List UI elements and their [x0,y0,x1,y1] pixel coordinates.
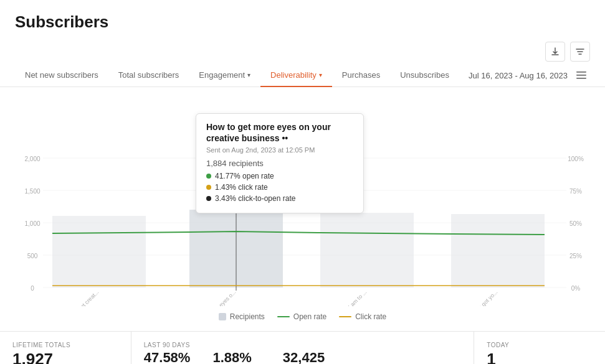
svg-text:0: 0 [31,285,34,292]
avg-open-rate-value: 47.58% [144,351,198,364]
svg-rect-0 [576,72,586,73]
chart-tooltip: How to get more eyes on your creative bu… [196,113,364,213]
svg-text:100%: 100% [568,156,584,162]
legend-open-rate: Open rate [277,312,326,321]
tooltip-click-rate: 1.43% click rate [206,183,353,192]
deliverability-chevron: ▾ [319,72,322,78]
date-range: Jul 16, 2023 - Aug 16, 2023 [469,67,590,84]
svg-text:1,000: 1,000 [24,220,40,227]
svg-text:I changed who I am to ...: I changed who I am to ... [320,289,368,306]
today-label: TODAY [487,342,593,348]
svg-rect-20 [320,213,414,287]
svg-text:How to get more eyes o...: How to get more eyes o... [188,289,237,306]
chart-wrapper: 0 500 1,000 1,500 2,000 0% 25% 50% 75% 1… [15,95,590,306]
svg-text:500: 500 [27,253,38,259]
svg-text:How this content creat...: How this content creat... [53,289,100,306]
chart-legend: Recipients Open rate Click rate [15,306,590,326]
tooltip-sent: Sent on Aug 2nd, 2023 at 12:05 PM [206,146,353,154]
chart-container: 0 500 1,000 1,500 2,000 0% 25% 50% 75% 1… [0,87,605,326]
tab-engagement[interactable]: Engagement ▾ [189,64,260,87]
stats-today: TODAY 1 NEW SUBSCRIBERS [474,332,605,364]
svg-text:2,000: 2,000 [24,156,40,162]
tab-unsubscribes[interactable]: Unsubscribes [390,64,459,87]
svg-text:25%: 25% [569,253,582,259]
tooltip-title: How to get more eyes on your creative bu… [206,121,353,144]
legend-recipients: Recipients [219,312,265,321]
engagement-chevron: ▾ [247,72,250,78]
filter-button[interactable] [570,42,590,62]
stats-footer: LIFETIME TOTALS 1,927 TOTAL SUBSCRIBERS … [0,331,605,364]
tooltip-cto-rate: 3.43% click-to-open rate [206,194,353,203]
legend-click-rate-line [339,316,351,317]
stats-emails-sent: 32,425 EMAILS SENT [283,351,328,364]
legend-click-rate: Click rate [339,312,386,321]
lifetime-label: LIFETIME TOTALS [12,342,118,348]
click-rate-dot [206,185,211,190]
svg-text:1,500: 1,500 [24,188,40,195]
svg-text:0%: 0% [571,285,581,292]
menu-button[interactable] [573,67,590,84]
stats-last90: LAST 90 DAYS 47.58% AVG OPEN RATE 1.88% … [131,332,474,364]
last90-label: LAST 90 DAYS [144,342,461,348]
svg-rect-21 [451,214,545,287]
tab-deliverability[interactable]: Deliverability ▾ [260,64,332,87]
date-range-text[interactable]: Jul 16, 2023 - Aug 16, 2023 [469,71,568,80]
svg-text:Likes & follows got yo...: Likes & follows got yo... [453,289,499,306]
svg-text:75%: 75% [569,188,582,195]
cto-rate-dot [206,196,211,201]
svg-text:50%: 50% [569,220,582,227]
filter-icon [576,47,584,56]
page-title: Subscribers [15,12,590,32]
tooltip-recipients: 1,884 recipients [206,159,353,168]
open-rate-dot [206,174,211,179]
svg-rect-18 [52,216,146,287]
tab-total[interactable]: Total subscribers [108,64,189,87]
tab-purchases[interactable]: Purchases [332,64,390,87]
legend-recipients-box [219,313,226,320]
emails-sent-value: 32,425 [283,351,328,364]
download-icon [551,47,560,56]
stats-avg-click-rate: 1.88% AVG CLICK RATE [213,351,268,364]
svg-rect-2 [576,78,586,79]
stats-group: 47.58% AVG OPEN RATE 1.88% AVG CLICK RAT… [144,351,461,364]
svg-rect-1 [576,75,586,76]
tooltip-open-rate: 41.77% open rate [206,172,353,180]
page: Subscribers Net new subscribers Total su… [0,0,605,364]
toolbar [0,42,605,62]
stats-avg-open-rate: 47.58% AVG OPEN RATE [144,351,198,364]
stats-lifetime: LIFETIME TOTALS 1,927 TOTAL SUBSCRIBERS [0,332,131,364]
nav-tabs: Net new subscribers Total subscribers En… [0,64,605,87]
avg-click-rate-value: 1.88% [213,351,268,364]
download-button[interactable] [545,42,565,62]
new-subscribers-value: 1 [487,351,593,364]
legend-open-rate-line [277,316,290,317]
tab-net-new[interactable]: Net new subscribers [15,64,108,87]
header: Subscribers [0,0,605,32]
menu-icon [576,72,586,79]
total-subscribers-value: 1,927 [12,351,118,364]
